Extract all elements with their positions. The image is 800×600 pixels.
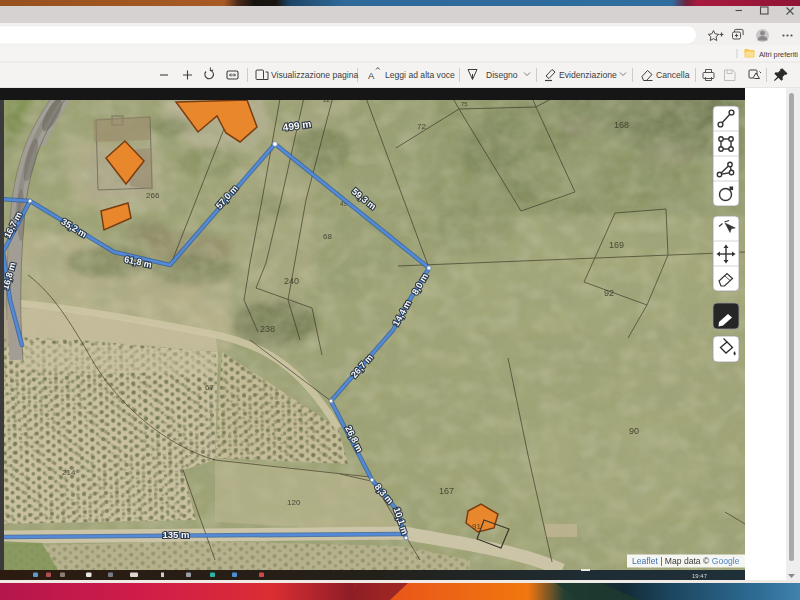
svg-text:167: 167 (439, 486, 454, 496)
svg-text:266: 266 (146, 191, 160, 200)
svg-text:238: 238 (260, 324, 275, 334)
svg-text:67: 67 (205, 383, 214, 392)
svg-text:Disegno: Disegno (486, 70, 518, 80)
svg-text:A: A (368, 70, 375, 81)
svg-text:135 m: 135 m (163, 529, 190, 540)
svg-text:120: 120 (287, 498, 301, 507)
svg-text:Visualizzazione pagina: Visualizzazione pagina (271, 70, 358, 80)
svg-text:91: 91 (472, 522, 481, 531)
svg-text:92: 92 (604, 288, 614, 298)
svg-text:169: 169 (609, 240, 624, 250)
svg-text:168: 168 (614, 120, 629, 130)
svg-text:Cancella: Cancella (656, 70, 690, 80)
svg-text:19:47: 19:47 (692, 573, 708, 579)
svg-text:Altri preferiti: Altri preferiti (759, 50, 798, 59)
svg-text:Leggi ad alta voce: Leggi ad alta voce (385, 70, 455, 80)
svg-text:72: 72 (417, 122, 426, 131)
svg-text:Evidenziazione: Evidenziazione (559, 70, 617, 80)
svg-text:Leaflet | Map data © Google: Leaflet | Map data © Google (632, 556, 740, 566)
svg-text:75: 75 (461, 101, 468, 107)
svg-text:68: 68 (323, 232, 332, 241)
svg-text:240: 240 (284, 276, 299, 286)
svg-text:214: 214 (62, 468, 76, 477)
svg-text:90: 90 (629, 426, 639, 436)
